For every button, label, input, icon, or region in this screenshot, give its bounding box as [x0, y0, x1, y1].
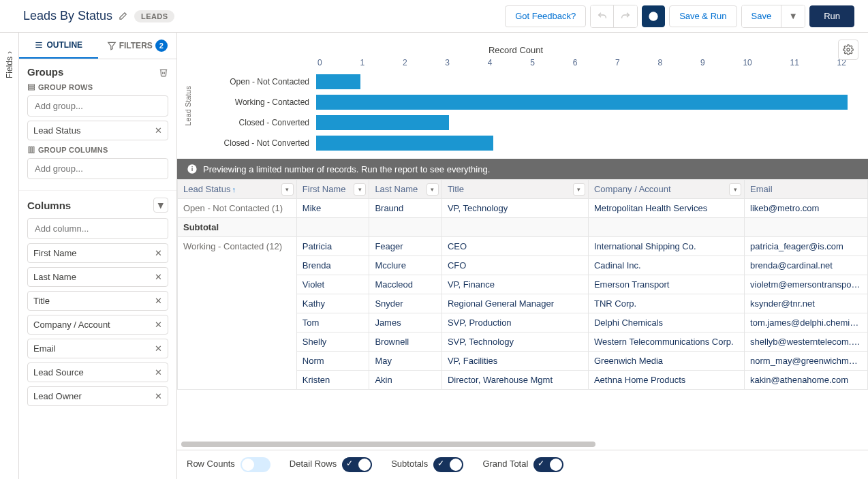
- th-email[interactable]: Email: [745, 180, 868, 199]
- data-cell: Maccleod: [369, 275, 442, 294]
- data-cell: VP, Finance: [441, 275, 588, 294]
- column-pill[interactable]: Lead Source✕: [27, 362, 168, 382]
- grand-total-toggle[interactable]: [533, 457, 563, 472]
- data-cell: Kathy: [296, 294, 369, 313]
- th-last-name[interactable]: Last Name▾: [369, 180, 442, 199]
- data-cell: norm_may@greenwichmedia.com: [745, 352, 868, 371]
- remove-icon[interactable]: ✕: [155, 125, 162, 136]
- feedback-button[interactable]: Got Feedback?: [505, 5, 586, 27]
- bar-category-label: Closed - Not Converted: [193, 138, 316, 148]
- report-footer: Row Counts Detail Rows Subtotals Grand T…: [177, 450, 868, 479]
- x-tick: 4: [488, 58, 493, 67]
- x-tick: 9: [700, 58, 705, 67]
- detail-rows-toggle[interactable]: [342, 457, 372, 472]
- column-pill[interactable]: Title✕: [27, 291, 168, 311]
- th-lead-status[interactable]: Lead Status↑▾: [178, 180, 297, 199]
- data-cell: Director, Warehouse Mgmt: [441, 371, 588, 390]
- undo-button[interactable]: [591, 5, 614, 27]
- remove-icon[interactable]: ✕: [155, 320, 162, 330]
- data-cell: Metropolitan Health Services: [588, 199, 744, 218]
- data-cell: tom.james@delphi.chemicals: [745, 313, 868, 333]
- x-tick: 10: [743, 58, 751, 67]
- row-counts-toggle[interactable]: [241, 457, 270, 472]
- th-menu-icon[interactable]: ▾: [729, 183, 741, 196]
- bar-fill[interactable]: [316, 95, 848, 110]
- clear-groups-icon[interactable]: [159, 67, 168, 77]
- data-cell: Kristen: [296, 371, 369, 390]
- remove-icon[interactable]: ✕: [155, 248, 162, 258]
- data-cell: SVP, Production: [441, 313, 588, 333]
- th-title[interactable]: Title▾: [441, 180, 588, 199]
- fields-panel-toggle[interactable]: Fields ›: [0, 33, 19, 479]
- column-pill[interactable]: Lead Owner✕: [27, 386, 168, 406]
- bar-fill[interactable]: [316, 115, 449, 130]
- remove-icon[interactable]: ✕: [155, 343, 162, 354]
- svg-rect-7: [29, 147, 30, 153]
- th-company[interactable]: Company / Account▾: [588, 180, 744, 199]
- remove-icon[interactable]: ✕: [155, 296, 162, 306]
- data-cell: Tom: [296, 313, 369, 333]
- th-menu-icon[interactable]: ▾: [354, 183, 366, 196]
- add-group-column-input[interactable]: [27, 158, 168, 179]
- undo-redo-group: [590, 5, 638, 28]
- bar-fill[interactable]: [316, 74, 360, 89]
- preview-banner-text: Previewing a limited number of records. …: [203, 164, 490, 174]
- data-cell: likeb@metro.com: [745, 199, 868, 218]
- chart-toggle-button[interactable]: [642, 5, 665, 27]
- table-row: Open - Not Contacted (1)MikeBraundVP, Te…: [178, 199, 868, 218]
- data-cell: TNR Corp.: [588, 294, 744, 313]
- group-row-pill[interactable]: Lead Status✕: [27, 121, 168, 140]
- save-button[interactable]: Save: [742, 5, 782, 27]
- column-pill[interactable]: Company / Account✕: [27, 315, 168, 335]
- chart-panel: Record Count Lead Status 012345678910111…: [177, 33, 868, 159]
- bar-fill[interactable]: [316, 136, 493, 151]
- tab-filters[interactable]: FILTERS 2: [98, 33, 177, 59]
- remove-icon[interactable]: ✕: [155, 391, 162, 401]
- save-and-run-button[interactable]: Save & Run: [669, 5, 737, 27]
- subtotals-toggle[interactable]: [433, 457, 463, 472]
- x-tick: 5: [530, 58, 535, 67]
- data-cell: kakin@athenahome.com: [745, 371, 868, 390]
- tab-outline[interactable]: OUTLINE: [19, 33, 98, 59]
- data-cell: May: [369, 352, 442, 371]
- x-tick: 0: [317, 58, 322, 67]
- tab-filters-label: FILTERS: [119, 41, 153, 50]
- save-dropdown-button[interactable]: ▼: [781, 5, 805, 27]
- remove-icon[interactable]: ✕: [155, 367, 162, 377]
- chart-title: Record Count: [184, 45, 848, 55]
- data-cell: VP, Technology: [441, 199, 588, 218]
- row-counts-label: Row Counts: [187, 459, 235, 469]
- add-group-row-input[interactable]: [27, 95, 168, 117]
- header-actions: Got Feedback? Save & Run Save ▼ Run: [505, 5, 854, 28]
- th-menu-icon[interactable]: ▾: [281, 183, 294, 196]
- th-menu-icon[interactable]: ▾: [427, 183, 439, 196]
- svg-rect-8: [31, 147, 32, 153]
- add-column-input[interactable]: [27, 218, 168, 239]
- report-sidebar: OUTLINE FILTERS 2 Groups GROUP ROWS Lead…: [19, 33, 177, 479]
- remove-icon[interactable]: ✕: [155, 272, 162, 282]
- th-menu-icon[interactable]: ▾: [573, 183, 585, 196]
- chart-bar-row: Open - Not Contacted: [193, 72, 848, 92]
- save-group: Save ▼: [741, 5, 806, 28]
- column-pill[interactable]: Last Name✕: [27, 267, 168, 287]
- redo-button[interactable]: [614, 5, 637, 27]
- data-cell: ksynder@tnr.net: [745, 294, 868, 313]
- edit-title-icon[interactable]: [118, 12, 127, 21]
- data-cell: Brownell: [369, 333, 442, 352]
- chevron-right-icon: ›: [5, 51, 14, 54]
- data-cell: James: [369, 313, 442, 333]
- data-cell: brenda@cardinal.net: [745, 256, 868, 275]
- th-first-name[interactable]: First Name▾: [296, 180, 369, 199]
- chart-bar-row: Closed - Converted: [193, 112, 848, 133]
- horizontal-scrollbar[interactable]: [177, 442, 868, 450]
- run-button[interactable]: Run: [809, 5, 854, 27]
- x-tick: 6: [573, 58, 578, 67]
- chart-settings-button[interactable]: [838, 40, 858, 60]
- data-cell: Greenwich Media: [588, 352, 744, 371]
- x-tick: 2: [403, 58, 407, 67]
- svg-marker-3: [108, 42, 115, 50]
- columns-menu-button[interactable]: ▾: [153, 198, 168, 213]
- data-cell: violetm@emersontransport.com: [745, 275, 868, 294]
- column-pill[interactable]: Email✕: [27, 339, 168, 358]
- column-pill[interactable]: First Name✕: [27, 243, 168, 263]
